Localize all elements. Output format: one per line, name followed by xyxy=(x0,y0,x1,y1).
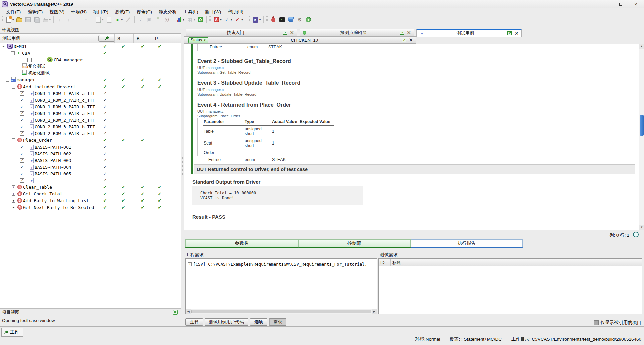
review-icon[interactable]: ✔▾ xyxy=(233,16,244,24)
maximize-button[interactable] xyxy=(613,0,628,8)
tree-row-CHICKEN=10[interactable]: ✓TCHICKEN=10✓ xyxy=(0,177,181,184)
button-测试用例用户代码[interactable]: 测试用例用户代码 xyxy=(205,318,248,326)
tree-row-Get_Next_Party_To_Be_Seated[interactable]: +SGet_Next_Party_To_Be_Seated✔✔✔✔ xyxy=(0,204,181,211)
run-icon[interactable]: ▶▾ xyxy=(252,16,262,24)
new-test-icon[interactable]: ▾ xyxy=(5,16,15,24)
test-case-checkbox[interactable]: ✓ xyxy=(20,158,24,163)
edit-script-icon[interactable]: ☑ xyxy=(137,16,145,24)
clean-icon[interactable] xyxy=(124,16,132,24)
popout-icon[interactable]: ↗ xyxy=(507,31,512,35)
scroll-up-icon[interactable]: ▲ xyxy=(639,44,644,49)
project-view-bar[interactable]: 项目视图 xyxy=(0,308,181,316)
button-选项[interactable]: 选项 xyxy=(250,318,267,326)
status-dropdown-button[interactable]: Status▼ xyxy=(188,37,208,43)
save-all-icon[interactable] xyxy=(33,16,41,24)
symbols-icon[interactable]: (x) xyxy=(163,16,171,24)
tree-row-BASIS-PATH-002[interactable]: ✓TBASIS-PATH-002✓ xyxy=(0,150,181,157)
tree-row-manager[interactable]: −UUTmanager✔✔✔✔ xyxy=(0,76,181,83)
tree-row-COND_2_ROW_3_PAIR_b_TFT[interactable]: ✓TCOND_2_ROW_3_PAIR_b_TFT✓ xyxy=(0,123,181,130)
print-icon[interactable]: ▾ xyxy=(42,16,52,24)
tree-row-复合测试[interactable]: COM复合测试 xyxy=(0,63,181,70)
close-icon[interactable]: ✕ xyxy=(290,30,294,36)
tree-row-COND_1_ROW_2_PAIR_c_TTF[interactable]: ✓TCOND_1_ROW_2_PAIR_c_TTF✓ xyxy=(0,97,181,103)
close-icon[interactable]: ✕ xyxy=(409,37,413,43)
show-referenced-only[interactable]: 仅显示被引用的项目 xyxy=(594,320,642,326)
history-clock-icon[interactable] xyxy=(633,232,639,237)
scroll-right-icon[interactable]: ▶ xyxy=(372,309,377,314)
test-case-checkbox[interactable]: ✓ xyxy=(20,178,24,183)
popout-icon[interactable]: ↗ xyxy=(400,31,404,35)
tree-row-COND_1_ROW_3_PAIR_b_TFT[interactable]: ✓TCOND_1_ROW_3_PAIR_b_TFT✓ xyxy=(0,103,181,110)
import-script-icon[interactable] xyxy=(105,16,113,24)
add-new-icon[interactable]: + xyxy=(304,16,312,24)
menu-覆盖(C)[interactable]: 覆盖(C) xyxy=(133,8,155,16)
test-case-checkbox[interactable]: ✓ xyxy=(20,172,24,176)
tree-row-COND_2_ROW_2_PAIR_c_TTF[interactable]: ✓TCOND_2_ROW_2_PAIR_c_TTF✓ xyxy=(0,117,181,123)
test-case-checkbox[interactable]: ✓ xyxy=(20,91,24,96)
test-case-checkbox[interactable]: ✓ xyxy=(20,152,24,156)
expand-icon[interactable]: + xyxy=(188,262,192,266)
column-header-id[interactable]: ID xyxy=(379,259,391,266)
coverage-viewer-icon[interactable]: O xyxy=(196,16,204,24)
menu-静态分析[interactable]: 静态分析 xyxy=(155,8,180,16)
expand-icon[interactable]: + xyxy=(12,206,15,209)
tab-测试用例[interactable]: T测试用例↗✕ xyxy=(416,29,522,37)
csv-requirements-item[interactable]: + [CSV] C:\VCAST\Examples\RequirementsGW… xyxy=(188,262,367,267)
menu-测试(T)[interactable]: 测试(T) xyxy=(112,8,133,16)
expand-icon[interactable]: + xyxy=(12,199,15,203)
test-case-checkbox[interactable]: ✓ xyxy=(20,105,24,109)
tree-row-BASIS-PATH-004[interactable]: ✓TBASIS-PATH-004✓ xyxy=(0,164,181,170)
new-script-icon[interactable]: ▾ xyxy=(94,16,104,24)
menu-项目(P)[interactable]: 项目(P) xyxy=(90,8,112,16)
tab-快速入门[interactable]: 快速入门↗✕ xyxy=(186,29,297,36)
button-需求[interactable]: 需求 xyxy=(269,318,286,326)
probe-point-icon[interactable] xyxy=(154,16,162,24)
tree-row-CBA_manager[interactable]: CBA_manager xyxy=(0,56,181,63)
checkbox-icon[interactable] xyxy=(594,320,599,325)
scroll-down-icon[interactable]: ▼ xyxy=(639,225,644,230)
export-up-icon[interactable]: ↑ xyxy=(82,16,90,24)
test-case-checkbox[interactable]: ✓ xyxy=(20,165,24,169)
tree-row-Add_Included_Dessert[interactable]: −SAdd_Included_Dessert✔✔✔✔ xyxy=(0,83,181,90)
expand-icon[interactable]: + xyxy=(12,192,15,196)
panel-splitter[interactable] xyxy=(181,24,184,316)
tree-row-Get_Check_Total[interactable]: +SGet_Check_Total✔✔✔✔ xyxy=(0,190,181,197)
popout-icon[interactable]: ↗ xyxy=(402,38,406,42)
tab-参数树[interactable]: 参数树 xyxy=(185,239,298,248)
column-header-title[interactable]: 标题 xyxy=(391,259,642,266)
test-case-checkbox[interactable]: ✓ xyxy=(20,98,24,102)
collapse-icon[interactable]: − xyxy=(12,138,15,142)
project-requirements-panel[interactable]: + [CSV] C:\VCAST\Examples\RequirementsGW… xyxy=(185,258,377,314)
report-scrollbar[interactable]: ▲ ▼ xyxy=(639,44,644,230)
tab-探测点编辑器[interactable]: 探测点编辑器↗✕ xyxy=(300,29,414,36)
build-execute-icon[interactable]: ●▾ xyxy=(114,16,124,24)
console-icon[interactable]: >_ xyxy=(278,16,286,24)
tree-row-DEMO1[interactable]: −DEMO1✔✔✔✔ xyxy=(0,43,181,50)
close-icon[interactable]: ✕ xyxy=(514,30,519,36)
collapse-icon[interactable]: − xyxy=(12,85,15,89)
scroll-left-icon[interactable]: ◀ xyxy=(186,309,191,314)
tree-row-COND_2_ROW_5_PAIR_a_FTT[interactable]: ✓TCOND_2_ROW_5_PAIR_a_FTT✓ xyxy=(0,130,181,137)
tree-row-COND_1_ROW_5_PAIR_a_FTT[interactable]: ✓TCOND_1_ROW_5_PAIR_a_FTT✓ xyxy=(0,110,181,117)
tree-row-Place_Order[interactable]: −SPlace_Order✔✔✔ xyxy=(0,137,181,143)
test-case-checkbox[interactable]: ✓ xyxy=(20,118,24,122)
test-case-checkbox[interactable]: ✓ xyxy=(20,111,24,116)
tree-row-BASIS-PATH-003[interactable]: ✓TBASIS-PATH-003✓ xyxy=(0,157,181,164)
scrollbar-thumb[interactable] xyxy=(640,115,644,136)
work-tab[interactable]: 工作 xyxy=(1,328,23,337)
debug-icon[interactable] xyxy=(269,16,277,24)
tab-控制流[interactable]: 控制流 xyxy=(298,239,411,248)
collapse-icon[interactable]: − xyxy=(6,78,9,82)
open-project-icon[interactable] xyxy=(15,16,23,24)
settings-gear-icon[interactable]: ⚙ xyxy=(296,16,304,24)
menu-文件(F)[interactable]: 文件(F) xyxy=(3,8,24,16)
close-icon[interactable]: ✕ xyxy=(407,30,411,36)
menu-视图(V)[interactable]: 视图(V) xyxy=(46,8,68,16)
import-down-icon[interactable]: ↓ xyxy=(73,16,81,24)
tree-row-COND_1_ROW_1_PAIR_a_TTT[interactable]: ✓TCOND_1_ROW_1_PAIR_a_TTT✓ xyxy=(0,90,181,97)
tree-row-BASIS-PATH-005[interactable]: ✓TBASIS-PATH-005✓ xyxy=(0,170,181,177)
expand-icon[interactable]: + xyxy=(12,185,15,189)
lint-icon[interactable]: ✓▾ xyxy=(223,16,233,24)
codesonar-icon[interactable]: S▾ xyxy=(212,16,222,24)
tab-执行报告[interactable]: 执行报告 xyxy=(411,239,523,248)
